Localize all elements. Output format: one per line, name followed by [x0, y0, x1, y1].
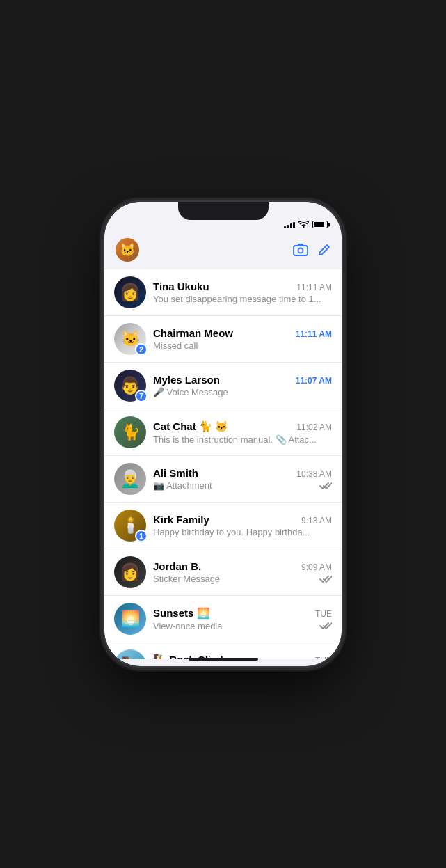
- preview-text: This is the instruction manual. 📎 Attac.…: [153, 434, 332, 445]
- message-time: TUE: [315, 609, 332, 619]
- signal-bars-icon: [284, 221, 296, 228]
- message-preview: You set disappearing message time to 1..…: [153, 294, 332, 304]
- unread-badge: 7: [135, 390, 148, 402]
- avatar-container: 🐱 2: [114, 323, 146, 355]
- avatar-container: 👩: [114, 556, 146, 588]
- signal-bar-2: [287, 225, 289, 228]
- notch: [178, 202, 269, 220]
- contact-name: Cat Chat 🐈 🐱: [153, 420, 292, 433]
- message-time: 11:11 AM: [296, 283, 332, 292]
- camera-button[interactable]: [293, 244, 308, 256]
- conversation-top: Tina Ukuku 11:11 AM: [153, 281, 332, 292]
- conversation-top: Jordan B. 9:09 AM: [153, 560, 332, 572]
- message-time: TUE: [315, 656, 332, 660]
- contact-name: Tina Ukuku: [153, 281, 292, 292]
- avatar-container: 👨‍🦳: [114, 463, 146, 495]
- svg-point-1: [298, 248, 303, 253]
- contact-avatar-cat-chat: 🐈: [114, 416, 146, 448]
- preview-text: You set disappearing message time to 1..…: [153, 294, 332, 304]
- avatar-container: 🌅: [114, 603, 146, 635]
- avatar-container: 👨 7: [114, 370, 146, 402]
- svg-rect-0: [294, 246, 308, 255]
- signal-bar-3: [290, 223, 292, 228]
- conversation-top: Kirk Family 9:13 AM: [153, 514, 332, 526]
- conversation-item-ali[interactable]: 👨‍🦳 Ali Smith 10:38 AM 📷 Attachment: [104, 456, 342, 503]
- message-preview: View-once media: [153, 621, 332, 631]
- preview-text: Sticker Message: [153, 574, 317, 584]
- read-receipt-icon: [319, 575, 332, 583]
- conversation-top: Sunsets 🌅 TUE: [153, 607, 332, 620]
- contact-avatar-sunsets: 🌅: [114, 603, 146, 635]
- contact-name: Jordan B.: [153, 560, 297, 572]
- conversation-item-myles[interactable]: 👨 7 Myles Larson 11:07 AM 🎤 Voice Messag…: [104, 363, 342, 409]
- message-time: 11:07 AM: [296, 376, 332, 386]
- preview-text: View-once media: [153, 621, 317, 631]
- contact-name: Kirk Family: [153, 514, 297, 526]
- pencil-icon: [318, 244, 330, 256]
- message-preview: 🎤 Voice Message: [153, 387, 332, 397]
- preview-text: 🎤 Voice Message: [153, 387, 332, 397]
- message-time: 11:02 AM: [296, 423, 332, 432]
- compose-button[interactable]: [318, 244, 330, 256]
- conversation-top: Ali Smith 10:38 AM: [153, 467, 332, 479]
- battery-icon: [312, 221, 328, 228]
- unread-badge: 1: [135, 530, 148, 542]
- conversation-content-sunsets: Sunsets 🌅 TUE View-once media: [153, 607, 332, 631]
- avatar-container: 🐈: [114, 416, 146, 448]
- message-preview: Sticker Message: [153, 574, 332, 584]
- contact-avatar-jordan: 👩: [114, 556, 146, 588]
- message-preview: This is the instruction manual. 📎 Attac.…: [153, 434, 332, 445]
- conversation-item-chairman[interactable]: 🐱 2 Chairman Meow 11:11 AM Missed call: [104, 316, 342, 363]
- contact-avatar-tina: 👩: [114, 276, 146, 308]
- conversation-content-cat-chat: Cat Chat 🐈 🐱 11:02 AM This is the instru…: [153, 420, 332, 445]
- nav-actions: [293, 244, 330, 256]
- contact-name: Ali Smith: [153, 467, 292, 479]
- user-avatar[interactable]: 🐱: [116, 238, 139, 262]
- conversation-content-myles: Myles Larson 11:07 AM 🎤 Voice Message: [153, 374, 332, 397]
- conversation-top: Chairman Meow 11:11 AM: [153, 327, 332, 339]
- conversation-item-cat-chat[interactable]: 🐈 Cat Chat 🐈 🐱 11:02 AM This is the inst…: [104, 409, 342, 456]
- message-time: 10:38 AM: [296, 469, 332, 479]
- battery-fill: [314, 222, 324, 227]
- preview-text: 📷 Attachment: [153, 480, 317, 491]
- conversation-item-tina[interactable]: 👩 Tina Ukuku 11:11 AM You set disappeari…: [104, 269, 342, 316]
- avatar-container: 🕯️ 1: [114, 510, 146, 542]
- avatar-container: 🧗: [114, 649, 146, 659]
- preview-text: Happy birthday to you. Happy birthda...: [153, 527, 332, 537]
- message-preview: Happy birthday to you. Happy birthda...: [153, 527, 332, 537]
- conversation-content-kirk: Kirk Family 9:13 AM Happy birthday to yo…: [153, 514, 332, 537]
- conversation-top: Myles Larson 11:07 AM: [153, 374, 332, 386]
- read-receipt-icon: [319, 482, 332, 490]
- message-preview: 📷 Attachment: [153, 480, 332, 491]
- signal-bar-1: [284, 226, 286, 228]
- phone-frame: 🐱: [104, 202, 342, 666]
- conversation-item-rock[interactable]: 🧗 🧗 Rock Climbers TUE Which route should…: [104, 642, 342, 659]
- contact-avatar-rock: 🧗: [114, 649, 146, 659]
- preview-text: Missed call: [153, 340, 332, 351]
- contact-avatar-ali: 👨‍🦳: [114, 463, 146, 495]
- nav-header: 🐱: [104, 232, 342, 269]
- contact-name: Myles Larson: [153, 374, 292, 386]
- conversation-item-jordan[interactable]: 👩 Jordan B. 9:09 AM Sticker Message: [104, 549, 342, 596]
- message-preview: Missed call: [153, 340, 332, 351]
- conversation-item-kirk[interactable]: 🕯️ 1 Kirk Family 9:13 AM Happy birthday …: [104, 503, 342, 549]
- home-indicator: [189, 658, 258, 661]
- message-time: 9:09 AM: [301, 562, 332, 572]
- conversation-content-chairman: Chairman Meow 11:11 AM Missed call: [153, 327, 332, 351]
- message-time: 9:13 AM: [301, 516, 332, 526]
- conversation-top: Cat Chat 🐈 🐱 11:02 AM: [153, 420, 332, 433]
- message-time: 11:11 AM: [296, 329, 332, 339]
- conversation-content-ali: Ali Smith 10:38 AM 📷 Attachment: [153, 467, 332, 491]
- status-icons: [284, 221, 328, 228]
- conversation-content-jordan: Jordan B. 9:09 AM Sticker Message: [153, 560, 332, 584]
- camera-icon: [293, 244, 308, 256]
- signal-bar-4: [293, 222, 295, 228]
- conversation-list[interactable]: 👩 Tina Ukuku 11:11 AM You set disappeari…: [104, 269, 342, 659]
- conversation-item-sunsets[interactable]: 🌅 Sunsets 🌅 TUE View-once media: [104, 596, 342, 642]
- wifi-icon: [298, 221, 309, 228]
- screen: 🐱: [104, 202, 342, 666]
- read-receipt-icon: [319, 622, 332, 630]
- contact-name: Sunsets 🌅: [153, 607, 311, 620]
- contact-name: Chairman Meow: [153, 327, 292, 339]
- unread-badge: 2: [135, 343, 148, 356]
